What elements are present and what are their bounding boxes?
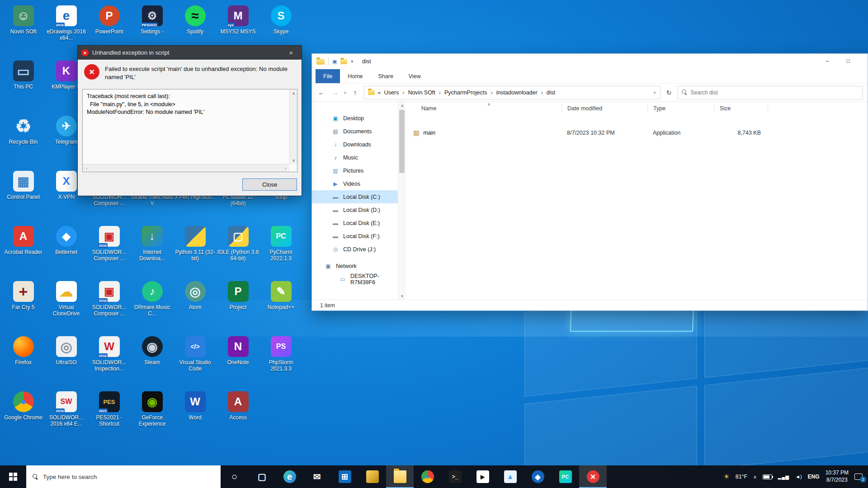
desktop-icon-atom[interactable]: ◎ Atom <box>174 277 217 333</box>
scrollbar-thumb[interactable] <box>399 110 405 173</box>
desktop-icon-virtual-clonedrive[interactable]: ☁ Virtual CloneDrive <box>45 277 88 333</box>
sidebar-item-local-disk-f[interactable]: ▬ Local Disk (F:) <box>312 230 398 243</box>
desktop-icon-ultraiso[interactable]: ◎ UltraISO <box>45 333 88 388</box>
language-indicator[interactable]: ENG <box>808 474 820 480</box>
recent-locations-icon[interactable]: ∨ <box>344 90 347 95</box>
minimize-button[interactable]: – <box>817 54 838 68</box>
breadcrumb-dist[interactable]: dist <box>547 89 555 96</box>
sidebar-item-music[interactable]: ♪ Music <box>312 151 398 164</box>
sidebar-scrollbar[interactable]: ∧ ∨ <box>398 102 406 300</box>
desktop-icon-onenote[interactable]: N OneNote <box>217 333 259 388</box>
desktop-icon-novin-soft[interactable]: ☺ Novin SOft <box>2 2 45 57</box>
sidebar-item-cd-drive-j[interactable]: ◎ CD Drive (J:) <box>312 243 398 256</box>
scroll-up-icon[interactable]: ∧ <box>398 102 406 109</box>
breadcrumb-pycharmprojects[interactable]: PycharmProjects <box>444 89 496 96</box>
taskbar-pycharm[interactable]: PC <box>552 465 579 488</box>
taskbar-edge[interactable]: e <box>276 465 303 488</box>
address-dropdown-icon[interactable]: ∨ <box>653 90 656 95</box>
desktop-icon-access[interactable]: A Access <box>217 388 259 443</box>
desktop-icon-word[interactable]: W Word <box>174 388 217 443</box>
desktop-icon-notepad-plus-plus[interactable]: ✎ Notepad++ <box>259 277 302 333</box>
desktop-icon-betternet[interactable]: ◆ Betternet <box>45 222 88 277</box>
desktop-icon-solidworks-composer-3[interactable]: ▣2016 SOLIDWOR... Composer ... <box>88 277 131 333</box>
desktop-icon-far-cry-5[interactable]: + Far Cry 5 <box>2 277 45 333</box>
taskbar-task-view[interactable]: ▢ <box>248 465 276 488</box>
dialog-titlebar[interactable]: × Unhandled exception in script × <box>78 46 302 60</box>
close-button[interactable]: × <box>859 54 868 68</box>
battery-icon[interactable] <box>763 474 772 479</box>
network-icon[interactable]: ▂▄▆ <box>778 474 789 479</box>
action-center-icon[interactable]: 2 <box>854 473 863 480</box>
desktop-icon-pes2021-shortcut[interactable]: PES2021 PES2021 - Shortcut <box>88 388 131 443</box>
taskbar-chrome[interactable]: ● <box>414 465 441 488</box>
volume-icon[interactable]: ◄) <box>795 474 802 479</box>
breadcrumb-overflow-icon[interactable]: « <box>378 89 381 96</box>
desktop-icon-geforce-experience[interactable]: ◉ GeForce Experience <box>131 388 174 443</box>
sidebar-item-desktop[interactable]: ▣ Desktop <box>312 112 398 125</box>
clock[interactable]: 10:37 PM 8/7/2023 <box>826 469 849 483</box>
desktop-icon-vscode[interactable]: </> Visual Studio Code <box>174 333 217 388</box>
desktop-icon-drmare-music[interactable]: ♪ DRmare Music C... <box>131 277 174 333</box>
desktop-icon-acrobat-reader[interactable]: A Acrobat Reader <box>2 222 45 277</box>
quick-access-dropdown-icon[interactable]: ▾ <box>351 59 353 64</box>
search-input[interactable] <box>691 89 859 96</box>
column-name[interactable]: Name <box>406 104 561 113</box>
tab-file[interactable]: File <box>316 69 340 83</box>
desktop-icon-recycle-bin[interactable]: ♻ Recycle Bin <box>2 112 45 167</box>
taskbar-mail[interactable]: ✉ <box>303 465 331 488</box>
taskbar-store[interactable]: ⊞ <box>331 465 359 488</box>
sidebar-item-videos[interactable]: ▶ Videos <box>312 177 398 190</box>
tab-view[interactable]: View <box>401 69 429 83</box>
sidebar-item-local-disk-c[interactable]: ▬ Local Disk (C:) <box>312 190 398 203</box>
taskbar-photos[interactable]: ▲ <box>496 465 524 488</box>
refresh-icon[interactable]: ↻ <box>664 89 674 96</box>
desktop-icon-this-pc[interactable]: ▭ This PC <box>2 57 45 112</box>
desktop-icon-solidworks-composer-2[interactable]: ▣2016 SOLIDWOR... Composer ... <box>88 222 131 277</box>
sidebar-item-local-disk-e[interactable]: ▬ Local Disk (E:) <box>312 216 398 230</box>
desktop-icon-python-311[interactable]: Python 3.11 (32-bit) <box>174 222 217 277</box>
scroll-up-icon[interactable]: ∧ <box>290 89 297 97</box>
temperature-label[interactable]: 81°F <box>736 474 748 480</box>
column-type[interactable]: Type <box>647 104 714 113</box>
taskbar-movies[interactable]: ▸ <box>469 465 496 488</box>
weather-icon[interactable]: ☀ <box>723 473 729 481</box>
breadcrumb-users[interactable]: Users <box>384 89 408 96</box>
desktop-icon-solidworks-2016[interactable]: SW2016 SOLIDWOR... 2016 x64 E... <box>45 388 88 443</box>
taskbar-app-blue[interactable]: ◈ <box>524 465 552 488</box>
taskbar-search-input[interactable] <box>43 474 214 480</box>
desktop-icon-solidworks-inspection[interactable]: W2016 SOLIDWOR... Inspection... <box>88 333 131 388</box>
address-bar[interactable]: « UsersNovin SOftPycharmProjectsinstadow… <box>364 86 660 99</box>
close-button[interactable]: Close <box>242 178 297 191</box>
sidebar-item-documents[interactable]: ▤ Documents <box>312 125 398 138</box>
sidebar-item-pictures[interactable]: ▨ Pictures <box>312 164 398 177</box>
close-icon[interactable]: × <box>284 49 298 56</box>
column-size[interactable]: Size <box>714 104 768 113</box>
file-row-main[interactable]: ▦main 8/7/2023 10:32 PM Application 8,74… <box>406 126 868 140</box>
desktop-icon-pycharm[interactable]: PC PyCharm 2022.1.3 <box>259 222 302 277</box>
taskbar-file-explorer[interactable] <box>386 465 414 488</box>
maximize-button[interactable]: □ <box>838 54 859 68</box>
sidebar-item-local-disk-d[interactable]: ▬ Local Disk (D:) <box>312 203 398 216</box>
traceback-box[interactable]: Traceback (most recent call last): File … <box>82 89 297 172</box>
hidden-icons-icon[interactable]: ∧ <box>753 474 756 479</box>
back-icon[interactable]: ← <box>316 89 326 96</box>
breadcrumb-novin-soft[interactable]: Novin SOft <box>408 89 444 96</box>
sidebar-item-downloads[interactable]: ↓ Downloads <box>312 138 398 151</box>
taskbar-app-gold[interactable] <box>359 465 386 488</box>
quick-access-icon[interactable]: ▣ <box>332 59 337 65</box>
desktop-icon-phpstorm[interactable]: PS PhpStorm 2021.3.3 <box>259 333 302 388</box>
desktop-icon-steam[interactable]: ◉ Steam <box>131 333 174 388</box>
taskbar-cmd[interactable]: >_ <box>441 465 469 488</box>
tab-share[interactable]: Share <box>371 69 401 83</box>
tab-home[interactable]: Home <box>340 69 370 83</box>
start-button[interactable] <box>0 465 26 488</box>
desktop-icon-idm[interactable]: ↓ Internet Downloa... <box>131 222 174 277</box>
horizontal-scrollbar[interactable]: ‹ › <box>83 164 289 172</box>
desktop-icon-idle-python[interactable]: ▢ IDLE (Python 3.8 64-bit) <box>217 222 259 277</box>
scroll-down-icon[interactable]: ∨ <box>290 156 297 164</box>
explorer-search[interactable] <box>678 86 863 99</box>
forward-icon[interactable]: → <box>330 89 340 96</box>
desktop-icon-firefox[interactable]: Firefox <box>2 333 45 388</box>
scroll-right-icon[interactable]: › <box>282 164 289 172</box>
sidebar-item-network[interactable]: ▣ Network <box>312 259 398 272</box>
